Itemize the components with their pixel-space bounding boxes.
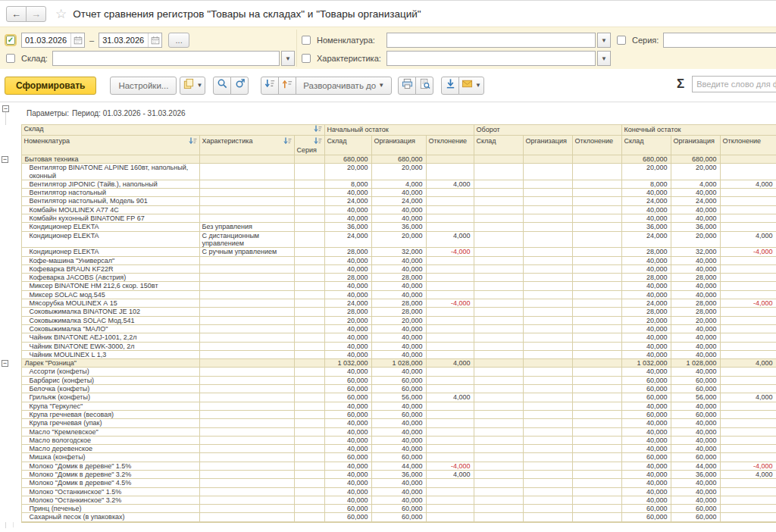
send-email-button[interactable]: ▼: [458, 77, 484, 95]
header-opening-deviation[interactable]: Отклонение: [426, 136, 474, 155]
report-variants-button[interactable]: ▼: [180, 77, 205, 95]
settings-button[interactable]: Настройки...: [110, 77, 177, 95]
item-row[interactable]: Вентилятор настольный, Модель 90124,0002…: [0, 197, 776, 205]
save-button[interactable]: [441, 77, 459, 95]
item-row[interactable]: Вентилятор BINATONE ALPINE 160вт, наполь…: [0, 164, 776, 180]
header-turnover-organization[interactable]: Организация: [523, 136, 572, 155]
period-to-input[interactable]: [99, 33, 148, 47]
item-row[interactable]: Комбайн MOULINEX А77 4С40,00040,00040,00…: [0, 205, 776, 214]
item-row[interactable]: Вентилятор JIPONIC (Тайв.), напольный8,0…: [0, 180, 776, 188]
item-row[interactable]: Грильяж (конфеты)60,00056,0004,00060,000…: [0, 393, 776, 402]
collapse-levels-button[interactable]: [278, 77, 296, 95]
favorite-star-icon[interactable]: ☆: [55, 6, 67, 22]
item-row[interactable]: Вентилятор настольный40,00040,00040,0004…: [0, 189, 776, 197]
item-row[interactable]: Чайник BINATONE EWK-3000, 2л40,00040,000…: [0, 342, 776, 350]
period-from-input[interactable]: [22, 33, 70, 47]
item-row[interactable]: Молоко "Домик в деревне" 3.2%40,00036,00…: [0, 470, 776, 478]
period-checkbox[interactable]: ✓: [6, 36, 15, 45]
item-row[interactable]: Кофеварка BRAUN KF22R40,00040,00040,0004…: [0, 264, 776, 273]
warehouse-checkbox[interactable]: [6, 54, 15, 63]
group-row[interactable]: [0, 521, 776, 522]
header-nomenclature[interactable]: Номенклатура: [21, 136, 199, 155]
expand-levels-button[interactable]: [261, 77, 279, 95]
sort-icon[interactable]: [314, 125, 322, 134]
item-row[interactable]: Кондиционер ELEKTAБез управления36,00036…: [0, 223, 776, 231]
sort-icon[interactable]: [314, 137, 322, 146]
item-row[interactable]: Барбарис (конфеты)60,00060,00060,00060,0…: [0, 376, 776, 384]
item-row[interactable]: Белочка (конфеты)60,00060,00060,00060,00…: [0, 385, 776, 393]
item-row[interactable]: Ассорти (конфеты)40,00040,00040,00040,00…: [0, 368, 776, 376]
nomenclature-checkbox[interactable]: [302, 36, 311, 45]
header-closing-warehouse[interactable]: Склад: [621, 136, 671, 155]
characteristic-checkbox[interactable]: [302, 54, 311, 63]
sort-icon[interactable]: [189, 137, 197, 146]
header-characteristic[interactable]: Характеристика: [199, 136, 294, 155]
value-cell: 60,000: [671, 376, 720, 384]
group-row[interactable]: −Ларек "Розница"1 032,0001 028,0004,0001…: [0, 359, 776, 368]
item-row[interactable]: Соковыжималка "МАЛО"40,00040,00040,00040…: [0, 324, 776, 333]
characteristic-input[interactable]: [386, 51, 596, 66]
item-row[interactable]: Миксер BINATONE HM 212,6 скор. 150вт40,0…: [0, 282, 776, 290]
header-turnover[interactable]: Оборот: [474, 125, 621, 136]
item-row[interactable]: Молоко "Домик в деревне" 4.5%40,00040,00…: [0, 479, 776, 487]
header-warehouse-group[interactable]: Склад: [21, 125, 324, 136]
item-row[interactable]: Молоко "Останкинское" 1.5%40,00040,00040…: [0, 487, 776, 496]
item-row[interactable]: Кондиционер ELEKTAС ручным управлением28…: [0, 248, 776, 256]
sort-icon[interactable]: [283, 137, 292, 146]
series-input[interactable]: [663, 33, 776, 48]
item-row[interactable]: Масло "Кремлевское"40,00040,00040,00040,…: [0, 427, 776, 436]
header-opening-warehouse[interactable]: Склад: [324, 136, 371, 155]
nomenclature-input[interactable]: [386, 33, 596, 48]
chevron-down-icon[interactable]: ▼: [281, 51, 295, 66]
item-row[interactable]: Масло вологодское40,00040,00040,00040,00…: [0, 436, 776, 444]
group-row[interactable]: −Бытовая техника680,000680,000680,000680…: [0, 155, 776, 164]
chevron-down-icon[interactable]: ▼: [597, 51, 611, 66]
print-button[interactable]: [398, 77, 416, 95]
item-row[interactable]: Мишка (конфеты)60,00060,00060,00060,000: [0, 453, 776, 462]
header-turnover-deviation[interactable]: Отклонение: [572, 136, 621, 155]
warehouse-input[interactable]: [52, 51, 280, 66]
header-closing-organization[interactable]: Организация: [671, 136, 720, 155]
calendar-icon[interactable]: [70, 33, 84, 47]
value-cell: 40,000: [671, 368, 720, 376]
search-button[interactable]: [213, 77, 231, 95]
collapse-expander-icon[interactable]: −: [2, 360, 8, 367]
item-row[interactable]: Крупа гречневая (весовая)60,00060,00060,…: [0, 410, 776, 418]
item-row[interactable]: Сахарный песок (в упаковках)60,00060,000…: [0, 513, 776, 521]
header-turnover-warehouse[interactable]: Склад: [474, 136, 523, 155]
header-closing-deviation[interactable]: Отклонение: [720, 136, 776, 155]
back-button[interactable]: ←: [6, 6, 27, 22]
expand-to-button[interactable]: Разворачивать до ▼: [296, 77, 392, 95]
generate-button[interactable]: Сформировать: [5, 77, 96, 95]
item-row[interactable]: Соковыжималка SOLAC Мод.54120,00020,0002…: [0, 316, 776, 324]
item-row[interactable]: Молоко "Домик в деревне" 1.5%40,00044,00…: [0, 462, 776, 470]
quick-filter-input[interactable]: [692, 76, 776, 92]
item-row[interactable]: Мясорубка MOULINEX А 1524,00028,000-4,00…: [0, 299, 776, 308]
search-next-button[interactable]: [230, 77, 249, 95]
item-row[interactable]: Крупа гречневая (упак)40,00040,00040,000…: [0, 419, 776, 427]
item-row[interactable]: Чайник MOULINEX L 1,340,00040,00040,0004…: [0, 350, 776, 358]
item-row[interactable]: Кофеварка JACOBS (Австрия)28,00028,00028…: [0, 274, 776, 282]
collapse-expander-icon[interactable]: −: [2, 156, 8, 163]
header-opening-balance[interactable]: Начальный остаток: [324, 125, 474, 136]
item-row[interactable]: Крупа "Геркулес"40,00040,00040,00040,000: [0, 402, 776, 410]
item-row[interactable]: Масло деревенское40,00040,00040,00040,00…: [0, 445, 776, 453]
forward-button[interactable]: →: [26, 6, 46, 22]
item-row[interactable]: Молоко "Останкинское" 3.2%40,00040,00040…: [0, 496, 776, 504]
item-row[interactable]: Миксер SOLAC мод.54540,00040,00040,00040…: [0, 290, 776, 299]
calendar-icon[interactable]: [148, 33, 161, 47]
item-row[interactable]: Кондиционер ELEKTAС дистанционным управл…: [0, 231, 776, 248]
item-row[interactable]: Комбайн кухонный BINATONE FP 6740,00040,…: [0, 214, 776, 223]
item-row[interactable]: Соковыжималка BINATONE JE 10228,00028,00…: [0, 308, 776, 316]
print-preview-button[interactable]: [415, 77, 433, 95]
item-row[interactable]: Чайник BINATONE AEJ-1001, 2,2л40,00040,0…: [0, 333, 776, 342]
item-row[interactable]: Принц (печенье)60,00060,00060,00060,000: [0, 505, 776, 513]
header-closing-balance[interactable]: Конечный остаток: [621, 125, 776, 136]
series-checkbox[interactable]: [617, 36, 626, 45]
params-collapse-toggle[interactable]: −: [2, 105, 9, 112]
header-opening-organization[interactable]: Организация: [371, 136, 426, 155]
chevron-down-icon[interactable]: ▼: [597, 33, 611, 48]
item-row[interactable]: Кофе-машина "Универсал"40,00040,00040,00…: [0, 256, 776, 264]
period-more-button[interactable]: ...: [168, 33, 189, 48]
header-series[interactable]: Серия: [294, 136, 324, 155]
